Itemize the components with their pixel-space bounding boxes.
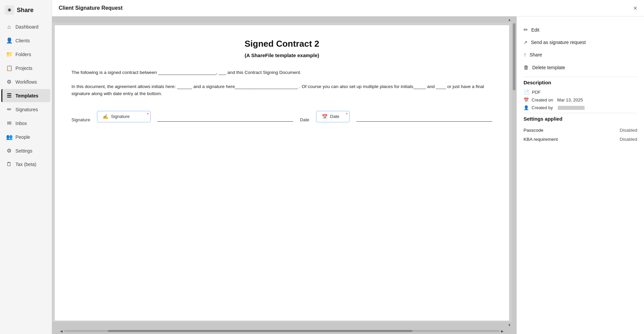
scroll-down-button[interactable]: ▼ xyxy=(508,323,511,327)
document-paragraph2: In this document, the agreement allows i… xyxy=(71,83,492,97)
created-by-label: Created by xyxy=(532,105,553,110)
scroll-left-button[interactable]: ◀ xyxy=(59,329,64,333)
sidebar-item-label: Clients xyxy=(15,38,30,43)
passcode-value: Disabled xyxy=(620,128,637,133)
kba-setting-row: KBA requirement Disabled xyxy=(524,135,637,144)
panel-divider-2 xyxy=(524,113,637,113)
signatures-icon: ✏ xyxy=(6,106,12,113)
sidebar-item-label: Folders xyxy=(15,52,31,57)
scroll-right-button[interactable]: ▶ xyxy=(500,329,505,333)
sidebar-item-label: Projects xyxy=(15,66,33,71)
share-icon: ↑ xyxy=(524,52,526,58)
folders-icon: 📁 xyxy=(6,51,12,57)
share-action[interactable]: ↑ Share xyxy=(524,48,637,61)
vertical-scrollbar[interactable] xyxy=(512,16,516,334)
document-body: The following is a signed contract betwe… xyxy=(71,69,492,97)
date-box-text: Date xyxy=(330,114,339,119)
sidebar-item-label: Dashboard xyxy=(15,24,39,30)
signature-box-text: Signature xyxy=(111,114,130,119)
sidebar-item-label: Settings xyxy=(15,148,33,154)
pdf-icon: 📄 xyxy=(524,89,529,95)
kba-value: Disabled xyxy=(620,137,637,142)
document-page: Signed Contract 2 (A ShareFile template … xyxy=(55,25,509,321)
people-icon: 👥 xyxy=(6,134,12,140)
sidebar-item-projects[interactable]: 📋 Projects xyxy=(1,61,50,75)
panel-divider-1 xyxy=(524,77,637,77)
sidebar-item-tax[interactable]: 🗒 Tax (beta) xyxy=(1,158,50,171)
date-box[interactable]: 📅 Date * xyxy=(316,111,350,122)
settings-icon: ⚙ xyxy=(6,148,12,154)
signature-box[interactable]: ✍ Signature * xyxy=(97,111,151,122)
sidebar-item-label: People xyxy=(15,134,30,140)
document-subtitle: (A ShareFile template example) xyxy=(71,52,492,58)
clients-icon: 👤 xyxy=(6,37,12,44)
scroll-up-button[interactable]: ▲ xyxy=(508,18,511,22)
horizontal-scrollbar[interactable]: ◀ ▶ xyxy=(52,328,512,334)
v-scroll-thumb xyxy=(513,23,515,90)
sidebar-item-label: Tax (beta) xyxy=(15,162,36,167)
created-on-label: Created on xyxy=(532,97,553,102)
document-title: Signed Contract 2 xyxy=(71,39,492,49)
file-type-row: 📄 PDF xyxy=(524,89,637,95)
sidebar-item-dashboard[interactable]: ⌂ Dashboard xyxy=(1,20,50,33)
document-paragraph1: The following is a signed contract betwe… xyxy=(71,69,492,76)
delete-template-action[interactable]: 🗑 Delete template xyxy=(524,61,637,74)
date-line xyxy=(356,121,492,122)
edit-label: Edit xyxy=(531,27,539,33)
description-section-title: Description xyxy=(524,80,637,85)
sidebar-item-people[interactable]: 👥 People xyxy=(1,130,50,143)
dashboard-icon: ⌂ xyxy=(6,24,12,30)
created-on-value: Mar 13, 2025 xyxy=(557,97,583,102)
sidebar-item-folders[interactable]: 📁 Folders xyxy=(1,48,50,61)
sidebar-item-label: Workflows xyxy=(15,79,37,85)
logo-text: Share xyxy=(17,7,34,14)
signature-required-star: * xyxy=(147,112,149,117)
settings-section-title: Settings applied xyxy=(524,116,637,122)
file-type-value: PDF xyxy=(532,90,541,95)
date-label: Date xyxy=(300,117,309,122)
document-preview: ▲ Signed Contract 2 (A ShareFile templat… xyxy=(52,16,516,334)
modal-title: Client Signature Request xyxy=(59,5,122,11)
main-content: Client Signature Request × ▲ Signed Cont… xyxy=(52,0,644,334)
signature-label: Signature xyxy=(71,117,90,122)
sidebar-item-signatures[interactable]: ✏ Signatures xyxy=(1,103,50,116)
modal: Client Signature Request × ▲ Signed Cont… xyxy=(52,0,644,334)
calendar-meta-icon: 📅 xyxy=(524,97,529,102)
delete-icon: 🗑 xyxy=(524,65,529,71)
close-button[interactable]: × xyxy=(633,5,637,11)
modal-header: Client Signature Request × xyxy=(52,0,644,16)
person-icon: 👤 xyxy=(524,105,529,110)
scroll-thumb xyxy=(108,330,413,332)
send-signature-action[interactable]: ↗ Send as signature request xyxy=(524,36,637,48)
modal-body: ▲ Signed Contract 2 (A ShareFile templat… xyxy=(52,16,644,334)
signature-line xyxy=(157,121,293,122)
share-label: Share xyxy=(530,52,542,57)
send-signature-label: Send as signature request xyxy=(531,40,586,45)
kba-label: KBA requirement xyxy=(524,137,558,142)
projects-icon: 📋 xyxy=(6,65,12,71)
app-logo: ✳ Share xyxy=(0,0,52,20)
workflows-icon: ⚙ xyxy=(6,79,12,85)
scroll-track xyxy=(64,330,500,332)
delete-label: Delete template xyxy=(532,65,565,70)
sidebar-item-templates[interactable]: ☰ Templates xyxy=(1,89,50,102)
sidebar-item-label: Templates xyxy=(15,93,38,98)
tax-icon: 🗒 xyxy=(6,161,12,167)
sidebar-item-clients[interactable]: 👤 Clients xyxy=(1,34,50,47)
signature-field-icon: ✍ xyxy=(103,114,108,119)
passcode-setting-row: Passcode Disabled xyxy=(524,126,637,135)
inbox-icon: ✉ xyxy=(6,120,12,126)
created-on-row: 📅 Created on Mar 13, 2025 xyxy=(524,97,637,102)
sidebar-item-workflows[interactable]: ⚙ Workflows xyxy=(1,75,50,88)
sidebar-item-settings[interactable]: ⚙ Settings xyxy=(1,144,50,157)
calendar-icon: 📅 xyxy=(322,114,328,119)
created-by-row: 👤 Created by xyxy=(524,105,637,110)
edit-action[interactable]: ✏ Edit xyxy=(524,23,637,36)
templates-icon: ☰ xyxy=(6,92,12,99)
sidebar-item-inbox[interactable]: ✉ Inbox xyxy=(1,117,50,130)
date-required-star: * xyxy=(346,112,348,117)
right-panel: ✏ Edit ↗ Send as signature request ↑ Sha… xyxy=(516,16,644,334)
signature-area: Signature ✍ Signature * Date 📅 xyxy=(71,111,492,122)
modal-overlay: Client Signature Request × ▲ Signed Cont… xyxy=(52,0,644,334)
sidebar: ✳ Share ⌂ Dashboard 👤 Clients 📁 Folders … xyxy=(0,0,52,334)
